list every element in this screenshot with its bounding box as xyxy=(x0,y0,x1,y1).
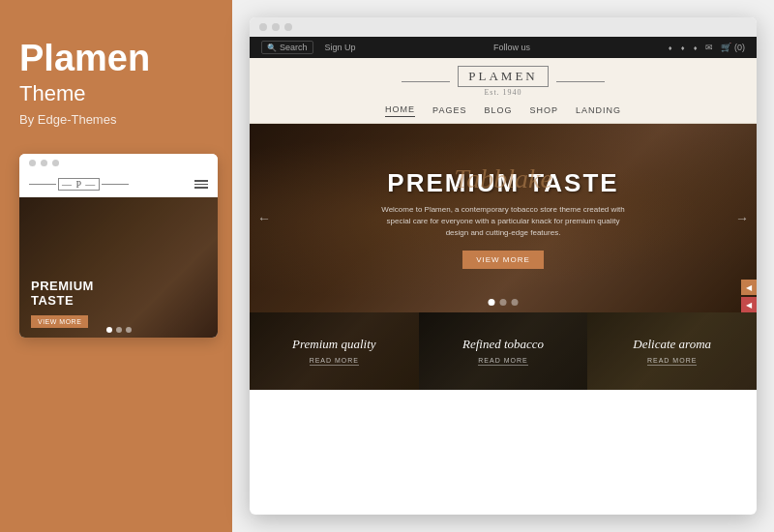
topbar-right: ⬧ ⬧ ⬧ ✉ 🛒 (0) xyxy=(668,43,745,52)
hero-arrow-right[interactable]: → xyxy=(735,211,749,226)
mini-hero-btn[interactable]: VIEW MORE xyxy=(31,315,88,328)
hero-dots xyxy=(489,299,519,306)
hero-title: PREMIUM TASTE xyxy=(376,168,630,198)
card-3-title: Delicate aroma xyxy=(633,337,711,352)
social-icon-1: ⬧ xyxy=(668,43,672,52)
card-2-title: Refined tobacco xyxy=(462,337,544,352)
hero-description: Welcome to Plamen, a contemporary tobacc… xyxy=(376,204,630,239)
site-nav: HOME PAGES BLOG SHOP LANDING xyxy=(250,101,757,117)
browser-dot-yellow xyxy=(272,23,280,31)
card-1: Premium quality READ MORE xyxy=(250,312,419,390)
cart-icon[interactable]: 🛒 (0) xyxy=(721,43,745,52)
envelope-icon: ✉ xyxy=(705,43,713,52)
social-icon-2: ⬧ xyxy=(680,43,685,52)
left-panel: Plamen Theme By Edge-Themes — P — PREMIU… xyxy=(0,0,232,532)
topbar-left: 🔍 Search Sign Up xyxy=(261,41,356,54)
site-header: PLAMEN Est. 1940 HOME PAGES BLOG SHOP LA… xyxy=(250,58,757,124)
social-icon-3: ⬧ xyxy=(693,43,698,52)
nav-pages[interactable]: PAGES xyxy=(432,105,466,117)
mini-preview-card: — P — PREMIUM TASTE VIEW MORE xyxy=(19,154,218,338)
card-2-link[interactable]: READ MORE xyxy=(478,357,527,366)
brand-title: Plamen xyxy=(19,39,150,79)
mini-dot-nav-1 xyxy=(106,327,112,333)
nav-blog[interactable]: BLOG xyxy=(484,105,512,117)
brand-subtitle: Theme xyxy=(19,81,85,106)
side-btn-orange[interactable]: ◀ xyxy=(741,280,757,295)
browser-dot-red xyxy=(259,23,267,31)
site-cards: Premium quality READ MORE Refined tobacc… xyxy=(250,312,757,390)
browser-titlebar xyxy=(250,17,757,37)
mini-nav-dots xyxy=(106,327,132,333)
mini-card-nav: — P — xyxy=(19,172,218,197)
card-2-content: Refined tobacco READ MORE xyxy=(419,312,588,390)
hero-dot-2[interactable] xyxy=(500,299,507,306)
mini-dot-3 xyxy=(52,160,59,166)
brand-author: By Edge-Themes xyxy=(19,112,116,127)
mini-hero: PREMIUM TASTE VIEW MORE xyxy=(19,197,218,338)
search-icon: 🔍 xyxy=(267,44,277,52)
site-logo: PLAMEN Est. 1940 xyxy=(250,66,757,97)
hero-dot-3[interactable] xyxy=(512,299,519,306)
card-2: Refined tobacco READ MORE xyxy=(419,312,588,390)
mini-dot-nav-2 xyxy=(116,327,122,333)
browser-content: 🔍 Search Sign Up Follow us ⬧ ⬧ ⬧ ✉ 🛒 (0) xyxy=(250,37,757,515)
mini-logo: — P — xyxy=(29,178,129,191)
search-label: Search xyxy=(280,43,308,52)
browser-dot-green xyxy=(284,23,292,31)
site-topbar: 🔍 Search Sign Up Follow us ⬧ ⬧ ⬧ ✉ 🛒 (0) xyxy=(250,37,757,58)
follow-us: Follow us xyxy=(493,43,530,52)
mini-dot-2 xyxy=(41,160,47,166)
hero-cta-button[interactable]: VIEW MORE xyxy=(462,251,544,269)
logo-text: PLAMEN xyxy=(458,66,548,87)
hero-content: Tabblake PREMIUM TASTE Welcome to Plamen… xyxy=(376,168,630,269)
side-btn-red[interactable]: ◀ xyxy=(741,297,757,312)
browser-window: 🔍 Search Sign Up Follow us ⬧ ⬧ ⬧ ✉ 🛒 (0) xyxy=(250,17,757,515)
hero-arrow-left[interactable]: ← xyxy=(257,211,271,226)
logo-sub: Est. 1940 xyxy=(484,88,521,97)
card-3-link[interactable]: READ MORE xyxy=(647,357,697,366)
hero-dot-1[interactable] xyxy=(489,299,495,306)
nav-shop[interactable]: SHOP xyxy=(529,105,558,117)
topbar-search[interactable]: 🔍 Search xyxy=(261,41,313,54)
side-buttons: ◀ ◀ xyxy=(741,280,757,312)
mini-logo-text: — P — xyxy=(58,178,100,191)
card-1-content: Premium quality READ MORE xyxy=(250,312,419,390)
right-panel: 🔍 Search Sign Up Follow us ⬧ ⬧ ⬧ ✉ 🛒 (0) xyxy=(232,0,774,532)
card-3-content: Delicate aroma READ MORE xyxy=(587,312,757,390)
nav-landing[interactable]: LANDING xyxy=(576,105,621,117)
mini-dot-1 xyxy=(29,160,36,166)
card-1-title: Premium quality xyxy=(292,337,376,352)
signin-link[interactable]: Sign Up xyxy=(325,43,356,52)
mini-card-header xyxy=(19,154,218,172)
site-hero: ← → Tabblake PREMIUM TASTE Welcome to Pl… xyxy=(250,124,757,312)
mini-dot-nav-3 xyxy=(126,327,132,333)
card-3: Delicate aroma READ MORE xyxy=(587,312,757,390)
nav-home[interactable]: HOME xyxy=(385,104,415,117)
mini-hero-text: PREMIUM TASTE xyxy=(31,279,94,309)
mini-hamburger-icon xyxy=(194,180,208,189)
card-1-link[interactable]: READ MORE xyxy=(310,357,359,366)
